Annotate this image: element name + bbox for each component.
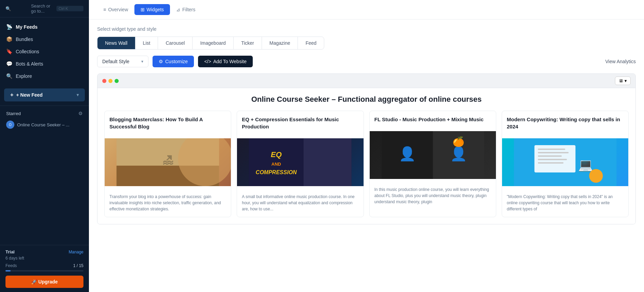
- customize-button[interactable]: ⚙ Customize: [153, 56, 194, 67]
- feeds-progress-bar: [5, 270, 83, 272]
- card-4-image: 💻: [502, 138, 628, 186]
- tab-widgets-label: Widgets: [147, 7, 164, 12]
- gear-icon[interactable]: ⚙: [78, 111, 83, 116]
- svg-text:COMPRESSION: COMPRESSION: [256, 169, 297, 175]
- widget-tab-magazine[interactable]: Magazine: [262, 37, 298, 49]
- card-1-image: 🏖: [105, 138, 231, 186]
- widget-tab-carousel[interactable]: Carousel: [158, 37, 193, 49]
- upgrade-button[interactable]: 🚀 Upgrade: [5, 276, 83, 288]
- card-3: FL Studio - Music Production + Mixing Mu…: [369, 111, 496, 217]
- feeds-count: 1 / 15: [73, 263, 83, 268]
- days-left: 6 days left: [5, 256, 83, 261]
- starred-label: Starred: [6, 111, 21, 116]
- bots-icon: 💬: [6, 61, 12, 67]
- content-area: Select widget type and style News Wall L…: [89, 19, 644, 292]
- explore-icon: 🔍: [6, 73, 12, 79]
- svg-text:EQ: EQ: [271, 150, 282, 159]
- feed-item-label: Online Course Seeker – ...: [17, 122, 69, 127]
- dot-red: [102, 79, 106, 83]
- sidebar-item-bundles[interactable]: 📦 Bundles: [0, 33, 89, 45]
- svg-rect-18: [538, 155, 562, 157]
- sidebar-item-label: Collections: [16, 49, 39, 54]
- plus-icon: +: [10, 92, 13, 98]
- tab-widgets[interactable]: ⊞ Widgets: [134, 4, 170, 15]
- style-select-value: Default Style: [102, 59, 129, 64]
- sidebar-item-explore[interactable]: 🔍 Explore: [0, 70, 89, 82]
- top-bar: ≡ Overview ⊞ Widgets ⊿ Filters: [89, 0, 644, 19]
- manage-link[interactable]: Manage: [69, 250, 83, 254]
- feed-item-online-course[interactable]: O Online Course Seeker – ...: [0, 118, 89, 131]
- widget-tab-ticker[interactable]: Ticker: [234, 37, 262, 49]
- svg-text:AND: AND: [272, 162, 281, 167]
- sidebar-item-label: Explore: [16, 73, 32, 79]
- svg-rect-5: [304, 138, 352, 186]
- preview-window-dots: [102, 79, 119, 83]
- tab-filters[interactable]: ⊿ Filters: [170, 4, 201, 15]
- card-3-desc-body: In this music production online course, …: [370, 179, 496, 210]
- search-placeholder: Search or go to...: [31, 3, 54, 14]
- card-1: Blogging Masterclass: How To Build A Suc…: [104, 111, 231, 217]
- card-1-desc: Transform your blog into a powerhouse of…: [109, 194, 226, 212]
- bundles-icon: 📦: [6, 36, 12, 42]
- widget-tab-feed[interactable]: Feed: [298, 37, 324, 49]
- card-4: Modern Copywriting: Writing copy that se…: [502, 111, 629, 217]
- svg-text:👤: 👤: [450, 145, 467, 162]
- card-4-title: Modern Copywriting: Writing copy that se…: [507, 116, 623, 130]
- sidebar-bottom: Trial Manage 6 days left Feeds 1 / 15 🚀 …: [0, 245, 89, 292]
- starred-header[interactable]: Starred ⚙: [0, 109, 89, 118]
- widget-tab-news-wall[interactable]: News Wall: [97, 37, 135, 49]
- starred-section: Starred ⚙ O Online Course Seeker – ...: [0, 106, 89, 134]
- new-feed-label: + New Feed: [16, 92, 42, 98]
- svg-rect-20: [538, 162, 563, 164]
- preview-container: 🖥 ▾ Online Course Seeker – Functional ag…: [97, 73, 636, 224]
- svg-rect-17: [538, 152, 568, 153]
- preview-title: Online Course Seeker – Functional aggreg…: [104, 95, 629, 104]
- card-1-title: Blogging Masterclass: How To Build A Suc…: [109, 116, 226, 130]
- main-content: ≡ Overview ⊞ Widgets ⊿ Filters Select wi…: [89, 0, 644, 292]
- search-bar[interactable]: 🔍 Search or go to... Ctrl K: [0, 0, 89, 17]
- desktop-icon: 🖥: [619, 78, 623, 83]
- card-2-body: EQ + Compression Essentials for Music Pr…: [237, 111, 363, 138]
- card-1-desc-body: Transform your blog into a powerhouse of…: [105, 186, 231, 217]
- svg-point-22: [589, 169, 603, 183]
- svg-rect-16: [538, 149, 565, 150]
- tab-overview[interactable]: ≡ Overview: [97, 4, 134, 15]
- search-shortcut: Ctrl K: [56, 6, 83, 11]
- svg-text:👤: 👤: [398, 145, 416, 162]
- card-2-image: EQ AND COMPRESSION: [237, 138, 363, 186]
- card-3-desc: In this music production online course, …: [374, 186, 491, 205]
- view-analytics-link[interactable]: View Analytics: [605, 59, 636, 64]
- sidebar-item-my-feeds[interactable]: 📡 My Feeds: [0, 21, 89, 33]
- collections-icon: 🔖: [6, 48, 12, 55]
- dot-yellow: [108, 79, 113, 83]
- sidebar-item-collections[interactable]: 🔖 Collections: [0, 45, 89, 58]
- sidebar-nav: 📡 My Feeds 📦 Bundles 🔖 Collections 💬 Bot…: [0, 17, 89, 86]
- feeds-progress-fill: [5, 270, 11, 272]
- card-4-desc: "Modern Copywriting: Writing copy that s…: [507, 194, 623, 212]
- widgets-icon: ⊞: [141, 7, 145, 12]
- sidebar-item-bots-alerts[interactable]: 💬 Bots & Alerts: [0, 58, 89, 70]
- svg-text:🏖: 🏖: [162, 154, 173, 166]
- sidebar-item-label: My Feeds: [16, 24, 38, 30]
- widget-type-tabs: News Wall List Carousel Imageboard Ticke…: [97, 37, 324, 50]
- svg-text:💻: 💻: [578, 157, 593, 172]
- code-icon: </>: [204, 59, 211, 64]
- card-3-image: 👤 👤 🍊: [370, 131, 496, 179]
- trial-label: Trial: [5, 249, 15, 254]
- dot-green: [115, 79, 119, 83]
- sidebar-item-label: Bots & Alerts: [16, 61, 43, 67]
- tab-filters-label: Filters: [182, 7, 195, 12]
- add-to-website-button[interactable]: </> Add To Website: [198, 56, 253, 67]
- my-feeds-icon: 📡: [6, 24, 12, 30]
- chevron-down-icon: ▾: [141, 59, 143, 64]
- svg-text:🍊: 🍊: [452, 136, 464, 147]
- widget-tab-list[interactable]: List: [135, 37, 158, 49]
- card-4-desc-body: "Modern Copywriting: Writing copy that s…: [502, 186, 628, 217]
- new-feed-button[interactable]: + + New Feed ▾: [4, 88, 85, 101]
- card-1-body: Blogging Masterclass: How To Build A Suc…: [105, 111, 231, 138]
- chevron-down-icon: ▾: [77, 93, 79, 97]
- style-select[interactable]: Default Style ▾: [97, 56, 148, 67]
- card-2-desc-body: A small but informative online music pro…: [237, 186, 363, 217]
- widget-tab-imageboard[interactable]: Imageboard: [193, 37, 234, 49]
- device-toggle-button[interactable]: 🖥 ▾: [615, 77, 631, 85]
